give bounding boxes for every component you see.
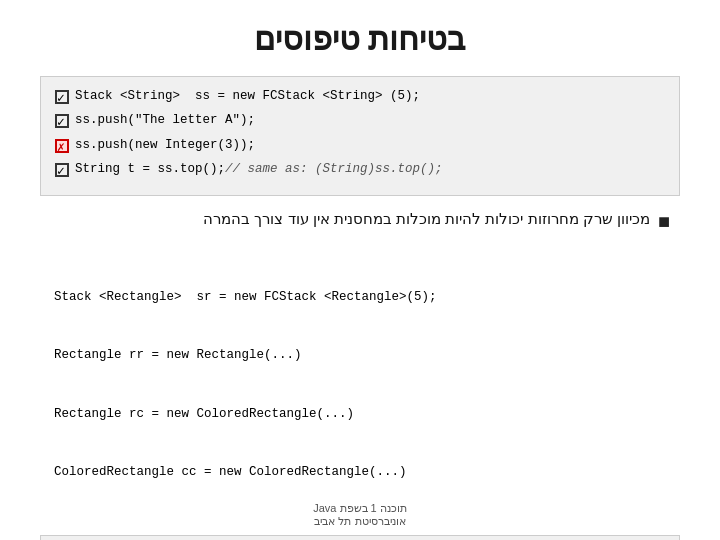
top-code-lines: Stack <String> ss = new FCStack <String>… [55,87,665,185]
middle-code-line-4: ColoredRectangle cc = new ColoredRectang… [54,463,666,482]
code-line-1: Stack <String> ss = new FCStack <String>… [55,87,665,111]
code-line-2: ss.push("The letter A"); [55,111,665,135]
bullet-icon: ■ [658,208,670,234]
code-text-1: Stack <String> ss = new FCStack <String>… [75,87,665,106]
code-text-2: ss.push("The letter A"); [75,111,665,130]
middle-code-line-1: Stack <Rectangle> sr = new FCStack <Rect… [54,288,666,307]
page-title: בטיחות טיפוסים [40,20,680,58]
bullet-text: מכיוון שרק מחרוזות יכולות להיות מוכלות ב… [203,208,650,229]
footer-line1: תוכנה 1 בשפת Java [0,502,720,515]
checked-icon-2 [55,111,75,135]
top-code-block: Stack <String> ss = new FCStack <String>… [40,76,680,196]
checked-icon-3 [55,160,75,184]
checkbox-checked-3 [55,163,69,177]
checked-icon-1 [55,87,75,111]
middle-code-line-3: Rectangle rc = new ColoredRectangle(...) [54,405,666,424]
code-line-3: ss.push(new Integer(3)); [55,136,665,160]
middle-code-line-2: Rectangle rr = new Rectangle(...) [54,346,666,365]
code-comment: // same as: (String)ss.top(); [225,162,443,176]
checkbox-checked-2 [55,114,69,128]
code-line-4: String t = ss.top();// same as: (String)… [55,160,665,184]
slide: בטיחות טיפוסים Stack <String> ss = new F… [0,0,720,540]
middle-code-block: Stack <Rectangle> sr = new FCStack <Rect… [40,244,680,525]
code-text-4: String t = ss.top();// same as: (String)… [75,160,665,179]
footer: תוכנה 1 בשפת Java אוניברסיטת תל אביב [0,502,720,528]
code-text-3: ss.push(new Integer(3)); [75,136,665,155]
bullet-section: ■ מכיוון שרק מחרוזות יכולות להיות מוכלות… [40,208,680,234]
checkbox-checked [55,90,69,104]
error-icon-1 [55,136,75,160]
bottom-code-block: sr.push(rr); sr.push(rc); sr.push(cc); [40,535,680,540]
footer-line2: אוניברסיטת תל אביב [0,515,720,528]
checkbox-error [55,139,69,153]
